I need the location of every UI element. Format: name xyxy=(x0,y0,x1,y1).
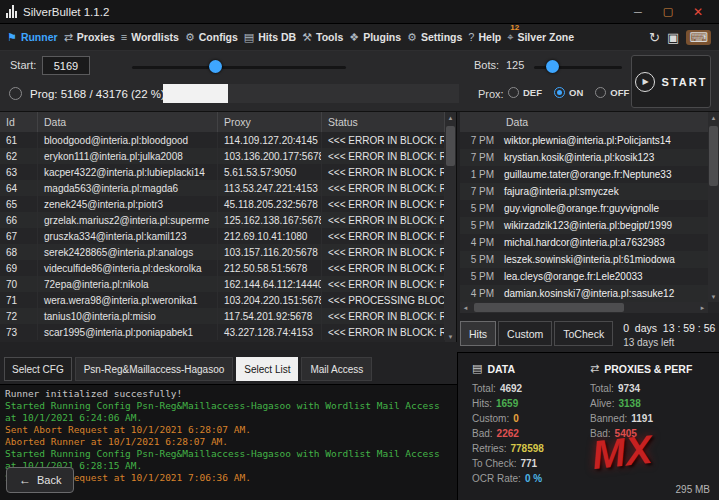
nav-item[interactable]: ▤ Hits DB xyxy=(241,24,299,50)
results-vertical-scrollbar[interactable]: ▲ ▼ xyxy=(445,112,456,342)
table-row[interactable]: 69 videculfide86@interia.pl:deskorolka 2… xyxy=(0,260,445,276)
table-row[interactable]: 72 tanius10@interia.pl:misio 117.54.201.… xyxy=(0,308,445,324)
hit-data: guillaume.tater@orange.fr:Neptune33 xyxy=(500,169,708,180)
proxy-mode-option[interactable]: ON xyxy=(554,87,583,98)
list-item[interactable]: 4 PM damian.kosinski7@interia.pl:sasuke1… xyxy=(460,285,708,302)
cell-id: 66 xyxy=(0,212,38,228)
data-section-title: DATA xyxy=(487,363,515,375)
scroll-up-icon[interactable]: ▲ xyxy=(445,112,456,123)
hits-vertical-scrollbar[interactable]: ▲ ▼ xyxy=(708,112,719,302)
table-row[interactable]: 66 grzelak.mariusz2@interia.pl:superme 1… xyxy=(0,212,445,228)
start-slider[interactable] xyxy=(132,60,346,73)
bots-label: Bots: xyxy=(474,59,499,71)
scroll-down-icon[interactable]: ▼ xyxy=(445,331,456,342)
cell-proxy: 103.204.220.151:5678 xyxy=(218,292,322,308)
maximize-button[interactable]: ▢ xyxy=(653,0,683,23)
table-row[interactable]: 68 serek2428865@interia.pl:analogs 103.1… xyxy=(0,244,445,260)
list-item[interactable]: 7 PM fajura@interia.pl:smyczek xyxy=(460,183,708,200)
table-row[interactable]: 71 wera.wera98@interia.pl:weronika1 103.… xyxy=(0,292,445,308)
camera-icon[interactable]: ▣ xyxy=(667,30,679,45)
hits-data-column-header[interactable]: Data xyxy=(500,116,708,128)
list-item[interactable]: 5 PM guy.vignolle@orange.fr:guyvignolle xyxy=(460,200,708,217)
select-cfg-button[interactable]: Select CFG xyxy=(4,357,72,381)
proxies-perf-icon: ⇄ xyxy=(590,362,599,375)
console-icon[interactable]: ⌨ xyxy=(686,30,711,45)
nav-item[interactable]: ⚙ Configs xyxy=(182,24,241,50)
config-name-tab[interactable]: Psn-Reg&Maillaccess-Hagasoo xyxy=(75,357,234,381)
proxy-mode-option[interactable]: DEF xyxy=(508,87,542,98)
close-button[interactable]: ✕ xyxy=(683,0,713,23)
hit-time: 7 PM xyxy=(460,135,500,146)
wordlist-name-tab[interactable]: Mail Access xyxy=(301,357,372,381)
table-row[interactable]: 67 gruszka334@interia.pl:kamil123 212.69… xyxy=(0,228,445,244)
table-row[interactable]: 64 magda563@interia.pl:magda6 113.53.247… xyxy=(0,180,445,196)
table-row[interactable]: 63 kacper4322@interia.pl:lubieplacki14 5… xyxy=(0,164,445,180)
scrollbar-thumb[interactable] xyxy=(709,126,718,186)
nav-item[interactable]: ⚙ Settings xyxy=(404,24,465,50)
nav-item[interactable]: ⚒ Tools xyxy=(299,24,346,50)
list-item[interactable]: 7 PM krystian.kosik@interia.pl:kosik123 xyxy=(460,149,708,166)
data-stats-section: ▤ DATA Total: 4692 Hits: 1659 xyxy=(472,362,587,486)
scrollbar-thumb[interactable] xyxy=(474,303,624,312)
nav-item[interactable]: ⌖ Silver Zone 12 xyxy=(504,24,577,50)
hit-data: michal.hardcor@interia.pl:a7632983 xyxy=(500,237,708,248)
list-item[interactable]: 1 PM guillaume.tater@orange.fr:Neptune33 xyxy=(460,166,708,183)
slider-thumb[interactable] xyxy=(546,60,559,73)
column-header-data[interactable]: Data xyxy=(38,112,218,132)
cell-status: <<< ERROR IN BLOCK: R xyxy=(322,212,445,228)
nav-item[interactable]: ⇄ Proxies xyxy=(61,24,118,50)
slider-thumb[interactable] xyxy=(209,60,222,73)
scrollbar-thumb[interactable] xyxy=(446,126,455,166)
hits-horizontal-scrollbar[interactable]: ◄ ► xyxy=(460,302,708,313)
scroll-left-icon[interactable]: ◄ xyxy=(460,302,471,313)
license-timer: 0 days 13 : 59 : 56 13 days left xyxy=(623,321,715,348)
cell-proxy: 212.69.10.41:1080 xyxy=(218,228,322,244)
nav-item[interactable]: ❖ Plugins xyxy=(346,24,404,50)
select-list-button[interactable]: Select List xyxy=(236,357,298,381)
list-item[interactable]: 4 PM michal.hardcor@interia.pl:a7632983 xyxy=(460,234,708,251)
start-label: Start: xyxy=(10,59,36,71)
history-icon[interactable]: ↻ xyxy=(649,30,660,45)
hits-tabs-bar: Hits Custom ToCheck 0 days 13 : 59 : 56 … xyxy=(460,318,719,352)
column-header-proxy[interactable]: Proxy xyxy=(218,112,322,132)
hit-data: fajura@interia.pl:smyczek xyxy=(500,186,708,197)
window-title: SilverBullet 1.1.2 xyxy=(23,6,109,18)
table-row[interactable]: 62 erykon111@interia.pl:julka2008 103.13… xyxy=(0,148,445,164)
nav-item[interactable]: ? Help xyxy=(465,24,504,50)
cell-data: kacper4322@interia.pl:lubieplacki14 xyxy=(38,164,218,180)
bots-slider[interactable] xyxy=(534,60,622,73)
list-item[interactable]: 5 PM leszek.sowinski@interia.pl:61miodow… xyxy=(460,251,708,268)
hits-tab[interactable]: Custom xyxy=(498,321,552,346)
hit-data: krystian.kosik@interia.pl:kosik123 xyxy=(500,152,708,163)
hit-time: 7 PM xyxy=(460,152,500,163)
radio-icon xyxy=(595,87,606,98)
table-row[interactable]: 73 scar1995@interia.pl:poniapabek1 43.22… xyxy=(0,324,445,340)
scroll-down-icon[interactable]: ▼ xyxy=(708,291,719,302)
list-item[interactable]: 7 PM wiktor.plewnia@interia.pl:Policjant… xyxy=(460,132,708,149)
column-header-status[interactable]: Status xyxy=(322,112,445,132)
hits-tab[interactable]: Hits xyxy=(460,321,496,346)
hit-data: wiktor.plewnia@interia.pl:Policjants14 xyxy=(500,135,708,146)
table-row[interactable]: 70 72epa@interia.pl:nikola 162.144.64.11… xyxy=(0,276,445,292)
hits-tab[interactable]: ToCheck xyxy=(554,321,613,346)
nav-item[interactable]: ⚑ Runner xyxy=(4,24,61,50)
list-item[interactable]: 5 PM wikirzadzik123@interia.pl:begipt/19… xyxy=(460,217,708,234)
column-header-id[interactable]: Id xyxy=(0,112,38,132)
back-button[interactable]: ← Back xyxy=(6,467,74,493)
start-position-input[interactable] xyxy=(42,56,90,75)
scroll-right-icon[interactable]: ► xyxy=(697,302,708,313)
timer-countdown: 0 days 13 : 59 : 56 xyxy=(623,322,715,334)
nav-item[interactable]: ≡ Wordlists xyxy=(118,24,182,50)
hit-data: guy.vignolle@orange.fr:guyvignolle xyxy=(500,203,708,214)
minimize-button[interactable]: ─ xyxy=(623,0,653,23)
cell-status: <<< ERROR IN BLOCK: R xyxy=(322,132,445,148)
start-button[interactable]: ▶ START xyxy=(631,55,711,108)
list-item[interactable]: 5 PM lea.cleys@orange.fr:Lele20033 xyxy=(460,268,708,285)
table-row[interactable]: 61 bloodgood@interia.pl:bloodgood 114.10… xyxy=(0,132,445,148)
proxy-mode-option[interactable]: OFF xyxy=(595,87,629,98)
table-row[interactable]: 65 zenek245@interia.pl:piotr3 45.118.205… xyxy=(0,196,445,212)
progress-toggle-radio[interactable] xyxy=(9,87,22,100)
scroll-up-icon[interactable]: ▲ xyxy=(708,112,719,123)
hit-time: 5 PM xyxy=(460,254,500,265)
nav-item-icon: ≡ xyxy=(121,31,127,43)
